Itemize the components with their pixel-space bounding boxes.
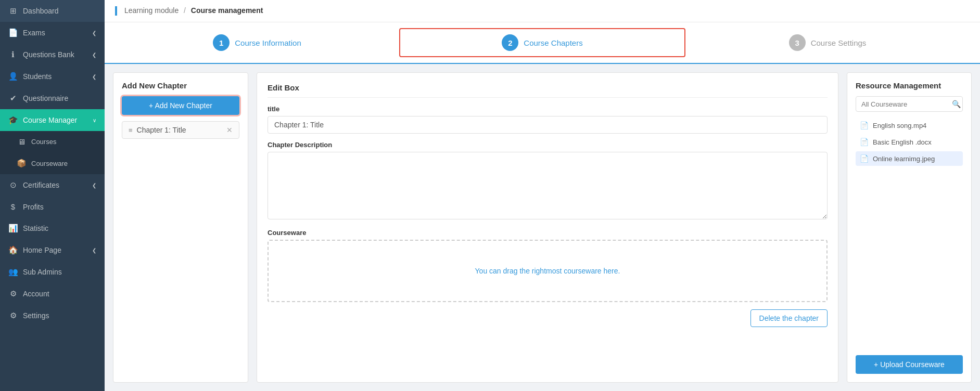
- file-icon-2: 📄: [860, 154, 869, 163]
- step-2[interactable]: 2 Course Chapters: [399, 28, 685, 57]
- sidebar-item-profits[interactable]: $ Profits: [0, 196, 105, 217]
- step-3-number: 3: [795, 38, 799, 47]
- sidebar-label-exams: Exams: [23, 29, 45, 37]
- sidebar-label-profits: Profits: [23, 203, 44, 211]
- courseware-field-label: Courseware: [268, 229, 828, 237]
- students-icon: 👤: [8, 72, 18, 81]
- sidebar-label-homepage: Home Page: [23, 246, 61, 254]
- chapter-item[interactable]: ≡ Chapter 1: Title ✕: [122, 121, 239, 139]
- step-2-label: Course Chapters: [524, 38, 582, 47]
- resource-management-title: Resource Management: [856, 81, 963, 90]
- resource-name-2: Online learnimg.jpeg: [873, 155, 935, 163]
- sidebar-label-settings: Settings: [23, 311, 49, 320]
- search-icon: 🔍: [952, 100, 961, 108]
- course-manager-icon: 🎓: [8, 115, 18, 125]
- breadcrumb-current: Course management: [191, 6, 263, 15]
- chevron-icon: ❮: [92, 74, 96, 80]
- sidebar-label-dashboard: Dashboard: [23, 7, 59, 15]
- sidebar-label-questions-bank: Questions Bank: [23, 50, 74, 59]
- chevron-down-icon: ∨: [93, 118, 96, 123]
- courseware-drop-hint: You can drag the rightmost courseware he…: [475, 267, 620, 275]
- sidebar-item-course-manager[interactable]: 🎓 Course Manager ∨: [0, 109, 105, 131]
- sidebar-label-statistic: Statistic: [23, 224, 48, 232]
- sidebar-item-questionnaire[interactable]: ✔ Questionnaire: [0, 87, 105, 109]
- sidebar-item-homepage[interactable]: 🏠 Home Page ❮: [0, 239, 105, 261]
- dashboard-icon: ⊞: [8, 6, 18, 16]
- questions-bank-icon: ℹ: [8, 50, 18, 59]
- page-body: Add New Chapter + Add New Chapter ≡ Chap…: [105, 64, 980, 391]
- step-1-circle: 1: [213, 34, 230, 51]
- courseware-field: Courseware You can drag the rightmost co…: [268, 229, 828, 302]
- sidebar-item-settings[interactable]: ⚙ Settings: [0, 305, 105, 327]
- sidebar-label-students: Students: [23, 72, 52, 81]
- sidebar-label-courses: Courses: [31, 138, 56, 146]
- edit-box-title: Edit Box: [268, 83, 828, 98]
- title-input[interactable]: [268, 116, 828, 134]
- chapter-close-button[interactable]: ✕: [226, 126, 233, 134]
- profits-icon: $: [8, 202, 18, 211]
- resource-name-0: English song.mp4: [873, 122, 926, 129]
- resource-item-2[interactable]: 📄 Online learnimg.jpeg: [856, 151, 963, 166]
- sidebar-item-certificates[interactable]: ⊙ Certificates ❮: [0, 174, 105, 196]
- courseware-drop-zone[interactable]: You can drag the rightmost courseware he…: [268, 240, 828, 302]
- sidebar-label-sub-admins: Sub Admins: [23, 268, 62, 276]
- sidebar-item-courseware[interactable]: 📦 Courseware: [0, 152, 105, 174]
- center-panel: Edit Box title Chapter Description Cours…: [257, 72, 838, 383]
- title-field: title: [268, 105, 828, 134]
- sidebar-item-questions-bank[interactable]: ℹ Questions Bank ❮: [0, 44, 105, 66]
- search-box[interactable]: 🔍: [856, 96, 963, 112]
- step-3-circle: 3: [789, 34, 806, 51]
- sidebar-item-students[interactable]: 👤 Students ❮: [0, 66, 105, 87]
- step-3[interactable]: 3 Course Settings: [685, 29, 970, 56]
- chevron-icon: ❮: [92, 30, 96, 36]
- sidebar-item-sub-admins[interactable]: 👥 Sub Admins: [0, 261, 105, 283]
- breadcrumb: Learning module / Course management: [105, 0, 980, 22]
- sidebar-item-courses[interactable]: 🖥 Courses: [0, 131, 105, 152]
- sidebar-item-account[interactable]: ⚙ Account: [0, 283, 105, 305]
- sidebar-item-dashboard[interactable]: ⊞ Dashboard: [0, 0, 105, 22]
- courseware-icon: 📦: [17, 159, 26, 168]
- step-2-circle: 2: [502, 34, 518, 51]
- left-panel-title: Add New Chapter: [122, 81, 239, 90]
- account-icon: ⚙: [8, 289, 18, 298]
- sidebar-label-courseware: Courseware: [31, 160, 68, 167]
- homepage-icon: 🏠: [8, 245, 18, 255]
- main-content: Learning module / Course management 1 Co…: [105, 0, 980, 391]
- chevron-icon: ❮: [92, 52, 96, 58]
- settings-icon: ⚙: [8, 311, 18, 320]
- sidebar-label-certificates: Certificates: [23, 181, 59, 189]
- description-field-label: Chapter Description: [268, 141, 828, 149]
- step-1[interactable]: 1 Course Information: [115, 29, 399, 56]
- steps-bar: 1 Course Information 2 Course Chapters 3…: [105, 22, 980, 64]
- sidebar: ⊞ Dashboard 📄 Exams ❮ ℹ Questions Bank ❮…: [0, 0, 105, 391]
- step-1-number: 1: [219, 38, 223, 47]
- chapter-label: Chapter 1: Title: [137, 126, 186, 134]
- sidebar-label-account: Account: [23, 290, 49, 298]
- sidebar-item-statistic[interactable]: 📊 Statistic: [0, 217, 105, 239]
- questionnaire-icon: ✔: [8, 94, 18, 103]
- description-textarea[interactable]: [268, 152, 828, 219]
- chapter-icon: ≡: [129, 126, 133, 134]
- step-1-label: Course Information: [235, 38, 301, 47]
- sub-admins-icon: 👥: [8, 267, 18, 277]
- step-3-label: Course Settings: [811, 38, 867, 47]
- step-2-number: 2: [508, 38, 512, 47]
- chevron-icon: ❮: [92, 247, 96, 253]
- resource-list: 📄 English song.mp4 📄 Basic English .docx…: [856, 118, 963, 166]
- exams-icon: 📄: [8, 28, 18, 37]
- upload-courseware-button[interactable]: + Upload Courseware: [856, 355, 963, 374]
- resource-name-1: Basic English .docx: [873, 138, 932, 146]
- sidebar-item-exams[interactable]: 📄 Exams ❮: [0, 22, 105, 44]
- delete-chapter-button[interactable]: Delete the chapter: [750, 309, 828, 327]
- add-chapter-button[interactable]: + Add New Chapter: [122, 96, 239, 115]
- sidebar-label-course-manager: Course Manager: [23, 116, 77, 124]
- search-input[interactable]: [861, 100, 949, 108]
- description-field: Chapter Description: [268, 141, 828, 221]
- breadcrumb-parent[interactable]: Learning module: [124, 6, 179, 15]
- courses-icon: 🖥: [17, 137, 26, 146]
- resource-item-0[interactable]: 📄 English song.mp4: [856, 118, 963, 133]
- right-panel: Resource Management 🔍 📄 English song.mp4…: [847, 72, 972, 383]
- resource-item-1[interactable]: 📄 Basic English .docx: [856, 135, 963, 149]
- chevron-icon: ❮: [92, 183, 96, 188]
- breadcrumb-bar: [115, 6, 117, 16]
